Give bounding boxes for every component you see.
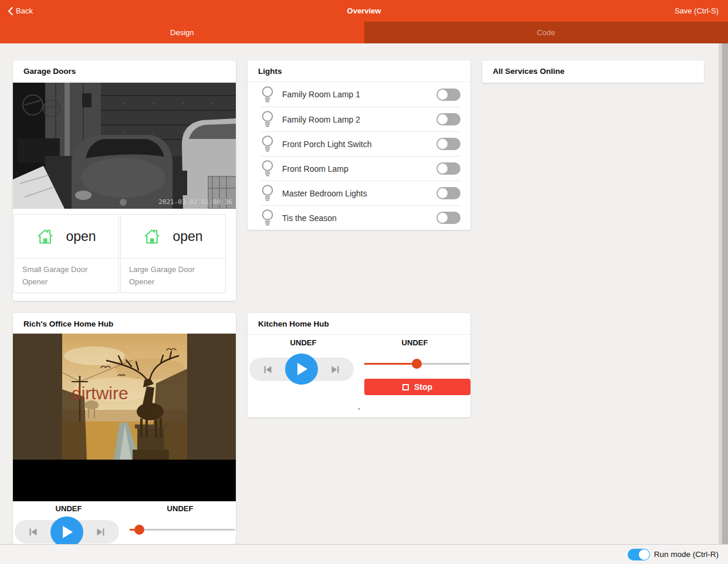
- opener-action-label: open: [172, 229, 202, 244]
- kitchen-hub-status-row: UNDEF UNDEF: [248, 338, 470, 347]
- light-row-front-porch-light-switch: Front Porch Light Switch: [248, 132, 470, 156]
- light-bulb-icon: [261, 86, 274, 104]
- album-art-title: dirtwire: [72, 383, 128, 403]
- kitchen-media-controls: [249, 358, 354, 381]
- tab-design[interactable]: Design: [0, 22, 364, 43]
- house-icon: [143, 228, 161, 244]
- toggle-knob: [639, 549, 649, 560]
- bottom-bar: Run mode (Ctrl-R): [0, 544, 728, 564]
- play-icon: [62, 526, 73, 538]
- skip-next-button[interactable]: [330, 365, 340, 375]
- office-hub-status-row: UNDEF UNDEF: [13, 504, 236, 513]
- light-label: Front Porch Light Switch: [282, 140, 436, 149]
- small-garage-open-button[interactable]: open: [14, 215, 118, 258]
- stop-button[interactable]: Stop: [364, 379, 470, 395]
- tab-bar: Design Code: [0, 22, 728, 43]
- save-button[interactable]: Save (Ctrl-S): [675, 0, 719, 22]
- light-bulb-icon: [261, 184, 274, 202]
- light-bulb-icon: [261, 159, 274, 178]
- album-art: dirtwire: [62, 334, 187, 460]
- house-icon: [36, 228, 54, 244]
- light-bulb-icon: [261, 209, 274, 227]
- kitchen-track-info: -: [248, 404, 470, 413]
- stop-icon: [402, 384, 409, 390]
- garage-doors-title: Garage Doors: [13, 60, 236, 82]
- light-row-tis-the-season: Tis the Season: [248, 206, 470, 230]
- vertical-scrollbar[interactable]: [719, 43, 728, 544]
- light-label: Master Bedroom Lights: [282, 189, 436, 198]
- office-volume-slider[interactable]: [130, 524, 235, 535]
- light-row-front-room-lamp: Front Room Lamp: [248, 157, 470, 181]
- kitchen-home-hub-card: Kitchen Home Hub UNDEF UNDEF Stop -: [248, 313, 470, 417]
- scrollbar-thumb[interactable]: [722, 43, 728, 544]
- slider-fill: [364, 363, 417, 365]
- skip-next-icon: [96, 527, 106, 537]
- toggle-knob: [438, 114, 448, 124]
- light-label: Tis the Season: [282, 213, 436, 223]
- slider-handle[interactable]: [412, 359, 422, 369]
- top-bar: Back Overview Save (Ctrl-S): [0, 0, 728, 22]
- skip-previous-button[interactable]: [28, 527, 38, 537]
- light-label: Family Room Lamp 2: [282, 115, 436, 124]
- light-row-family-room-lamp-1: Family Room Lamp 1: [248, 82, 470, 107]
- run-mode-label: Run mode (Ctrl-R): [654, 550, 719, 559]
- office-status-left: UNDEF: [13, 504, 124, 513]
- toggle-knob: [438, 188, 448, 198]
- kitchen-volume-slider[interactable]: [364, 358, 470, 369]
- lights-card: Lights Family Room Lamp 1 Family Room La…: [248, 60, 470, 230]
- skip-previous-icon: [263, 365, 273, 375]
- tab-code[interactable]: Code: [364, 22, 728, 43]
- light-label: Front Room Lamp: [282, 164, 436, 174]
- services-status-card: All Services Online: [482, 60, 704, 83]
- small-garage-opener-tile: open Small Garage Door Opener: [13, 214, 119, 293]
- garage-camera-image: 2021-03-02 01:00:36: [13, 83, 236, 209]
- office-home-hub-card: Rich's Office Home Hub: [13, 313, 236, 544]
- light-toggle-family-room-lamp-1[interactable]: [436, 89, 460, 101]
- light-bulb-icon: [261, 110, 274, 128]
- page-title: Overview: [0, 0, 728, 22]
- toggle-knob: [438, 90, 448, 100]
- lights-title: Lights: [248, 60, 470, 82]
- light-toggle-front-room-lamp[interactable]: [436, 162, 460, 175]
- skip-previous-icon: [28, 527, 38, 537]
- opener-name: Small Garage Door Opener: [14, 258, 118, 294]
- opener-name: Large Garage Door Opener: [121, 258, 225, 294]
- large-garage-opener-tile: open Large Garage Door Opener: [120, 214, 226, 293]
- light-label: Family Room Lamp 1: [282, 90, 436, 99]
- stop-label: Stop: [414, 382, 432, 392]
- light-bulb-icon: [261, 135, 274, 153]
- light-toggle-tis-the-season[interactable]: [436, 212, 460, 224]
- office-status-right: UNDEF: [124, 504, 236, 513]
- toggle-knob: [438, 139, 448, 149]
- services-status-title: All Services Online: [482, 60, 704, 82]
- slider-track: [130, 529, 235, 531]
- kitchen-status-right: UNDEF: [359, 338, 470, 347]
- slider-handle[interactable]: [134, 525, 144, 535]
- toggle-knob: [438, 213, 448, 223]
- play-icon: [296, 363, 307, 375]
- light-row-family-room-lamp-2: Family Room Lamp 2: [248, 107, 470, 131]
- opener-action-label: open: [66, 229, 96, 244]
- light-row-master-bedroom-lights: Master Bedroom Lights: [248, 181, 470, 205]
- garage-doors-card: Garage Doors: [13, 60, 236, 301]
- light-toggle-front-porch-light-switch[interactable]: [436, 138, 460, 150]
- play-button[interactable]: [285, 354, 318, 385]
- skip-next-icon: [330, 365, 340, 375]
- light-toggle-master-bedroom-lights[interactable]: [436, 187, 460, 199]
- skip-next-button[interactable]: [96, 527, 106, 537]
- kitchen-hub-title: Kitchen Home Hub: [248, 313, 470, 335]
- large-garage-open-button[interactable]: open: [121, 215, 225, 258]
- kitchen-status-left: UNDEF: [248, 338, 359, 347]
- toggle-knob: [438, 164, 448, 174]
- camera-timestamp: 2021-03-02 01:00:36: [158, 198, 232, 206]
- office-media-controls: [15, 520, 119, 543]
- play-button[interactable]: [50, 517, 83, 544]
- run-mode-toggle[interactable]: [628, 549, 650, 560]
- office-hub-title: Rich's Office Home Hub: [13, 313, 236, 335]
- skip-previous-button[interactable]: [263, 365, 273, 375]
- light-toggle-family-room-lamp-2[interactable]: [436, 113, 460, 125]
